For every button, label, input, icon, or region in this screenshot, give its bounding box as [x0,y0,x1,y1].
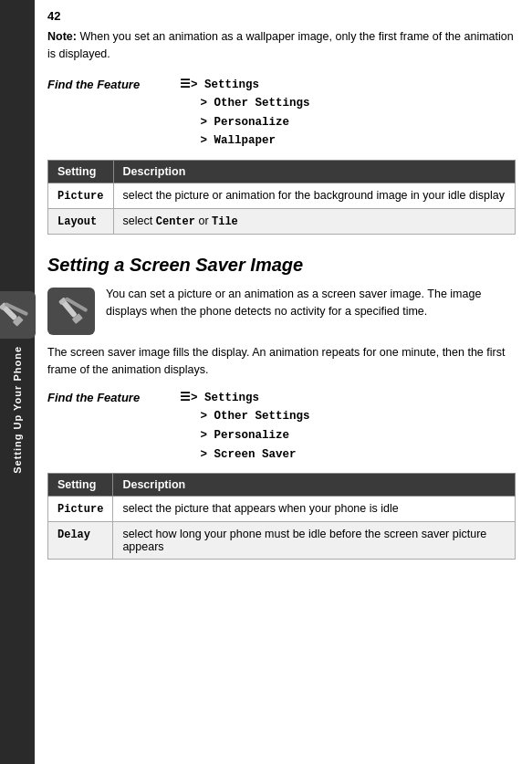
page-number: 42 [47,9,516,23]
note-body: When you set an animation as a wallpaper… [47,30,514,60]
find-feature-label-2: Find the Feature [47,389,180,404]
page-wrapper: Setting Up Your Phone 42 Note: When you … [0,0,532,764]
setting-code-layout: Layout [57,215,97,228]
path-text-2-3: > Personalize [201,429,290,442]
path-text-2-1: > Settings [191,392,259,404]
path-line-1-4: > Wallpaper [180,131,310,151]
path-line-2-3: > Personalize [180,426,310,445]
sidebar-icon-box [0,291,36,339]
find-feature-block-2: Find the Feature ☰> Settings > Other Set… [47,389,516,465]
menu-icon-1: ☰ [180,78,191,91]
path-line-1-3: > Personalize [180,113,310,132]
section2-icon-container: You can set a picture or an animation as… [47,286,516,335]
wrench-icon [0,298,28,331]
note-paragraph: Note: When you set an animation as a wal… [47,28,516,63]
sidebar-label: Setting Up Your Phone [12,346,23,474]
table2-col1-header: Setting [48,474,113,497]
section2-body: You can set a picture or an animation as… [106,286,516,330]
table1-col1-header: Setting [48,161,114,183]
wrench-icon-2 [55,295,88,328]
section2-icon-box [47,288,95,335]
table1-col2-header: Description [113,161,515,183]
table1-row2-desc: select Center or Tile [113,209,515,235]
table-row: Delay select how long your phone must be… [48,522,516,560]
settings-table-2: Setting Description Picture select the p… [47,473,516,560]
note-label: Note: [47,30,77,43]
path-line-1-2: > Other Settings [180,94,310,113]
setting-code-picture2: Picture [57,503,103,516]
path-text-1-1: > Settings [191,78,259,91]
path-text-1-3: > Personalize [201,116,290,129]
path-text-2-4: > Screen Saver [201,448,297,461]
settings-table-1: Setting Description Picture select the p… [47,160,516,235]
path-line-2-2: > Other Settings [180,407,310,426]
table-row: Layout select Center or Tile [48,209,516,235]
path-text-1-2: > Other Settings [201,97,310,110]
find-feature-path-1: ☰> Settings > Other Settings > Personali… [180,76,310,152]
setting-code-picture1: Picture [57,190,103,203]
path-line-2-4: > Screen Saver [180,445,310,465]
center-code: Center [156,215,195,228]
table2-row1-desc: select the picture that appears when you… [113,497,516,522]
find-feature-block-1: Find the Feature ☰> Settings > Other Set… [47,76,516,152]
tile-code: Tile [212,215,238,228]
table-row: Picture select the picture or animation … [48,183,516,209]
table2-row2-desc: select how long your phone must be idle … [113,522,516,560]
table1-row1-desc: select the picture or animation for the … [113,183,515,209]
find-feature-label-1: Find the Feature [47,76,180,91]
path-text-2-2: > Other Settings [201,410,310,423]
body-text-2: The screen saver image fills the display… [47,344,516,380]
sidebar: Setting Up Your Phone [0,0,35,764]
main-content: 42 Note: When you set an animation as a … [35,0,532,764]
find-feature-path-2: ☰> Settings > Other Settings > Personali… [180,389,310,465]
path-line-1-1: ☰> Settings [180,76,310,95]
path-line-2-1: ☰> Settings [180,389,310,408]
table2-col2-header: Description [113,474,516,497]
path-text-1-4: > Wallpaper [201,134,276,147]
section2-heading: Setting a Screen Saver Image [47,253,516,277]
body-text-1: You can set a picture or an animation as… [106,286,516,321]
menu-icon-2: ☰ [180,392,191,404]
table-row: Picture select the picture that appears … [48,497,516,522]
setting-code-delay: Delay [57,529,90,541]
